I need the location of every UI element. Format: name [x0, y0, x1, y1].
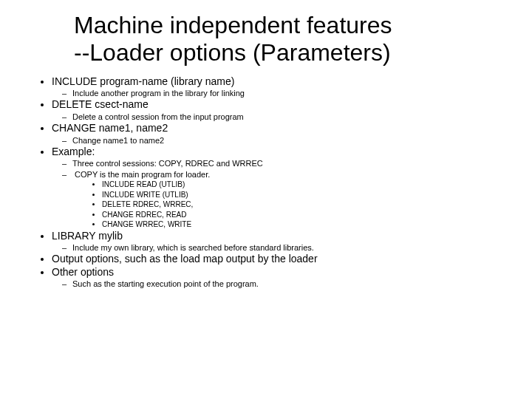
sub-item: Change name1 to name2 [72, 135, 502, 146]
list-item: Output options, such as the load map out… [52, 253, 502, 266]
item-text: Other options [52, 266, 114, 278]
sub-item: Include my own library, which is searche… [72, 242, 502, 253]
item-text: DELETE csect-name [52, 98, 149, 110]
sub-sub-item: CHANGE RDREC, READ [102, 210, 502, 220]
sub-item: Delete a control session from the input … [72, 112, 502, 122]
list-item: DELETE csect-name Delete a control sessi… [52, 98, 502, 122]
list-item: CHANGE name1, name2 Change name1 to name… [52, 122, 502, 146]
slide-title: Machine independent features --Loader op… [74, 12, 502, 66]
sub-item: Three control sessions: COPY, RDREC and … [72, 158, 502, 168]
sub-item: Include another program in the library f… [72, 88, 502, 98]
sub-item: COPY is the main program for loader. INC… [72, 169, 502, 230]
title-line-1: Machine independent features [74, 12, 392, 38]
item-text: CHANGE name1, name2 [52, 122, 168, 134]
sub-item: Such as the starting execution point of … [72, 279, 502, 289]
sub-sub-item: INCLUDE WRITE (UTLIB) [102, 190, 502, 200]
item-text: Example: [52, 146, 95, 157]
sub-sub-item: CHANGE WRREC, WRITE [102, 219, 502, 230]
list-item: LIBRARY mylib Include my own library, wh… [52, 230, 502, 253]
slide: Machine independent features --Loader op… [0, 0, 532, 399]
sub-sub-item: DELETE RDREC, WRREC, [102, 200, 502, 210]
list-item: INCLUDE program-name (library name) Incl… [52, 75, 502, 99]
item-text: INCLUDE program-name (library name) [52, 75, 234, 87]
list-item: Example: Three control sessions: COPY, R… [52, 146, 502, 230]
sub-sub-item: INCLUDE READ (UTLIB) [102, 180, 502, 190]
body-list: INCLUDE program-name (library name) Incl… [30, 75, 502, 290]
sub-item-text: COPY is the main program for loader. [75, 170, 210, 179]
title-line-2: --Loader options (Parameters) [74, 39, 391, 66]
item-text: LIBRARY mylib [52, 230, 123, 242]
list-item: Other options Such as the starting execu… [52, 266, 502, 290]
